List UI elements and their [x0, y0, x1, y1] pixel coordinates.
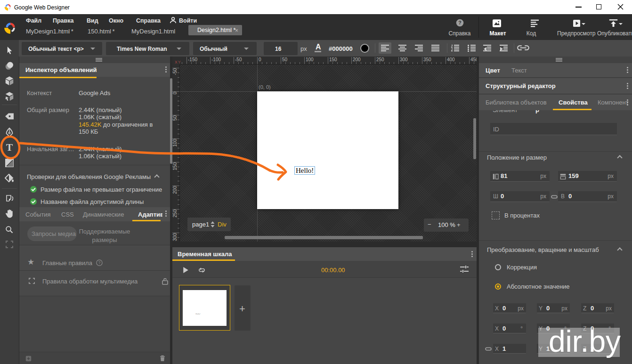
svg-text:?: ?	[458, 20, 461, 25]
svg-text:?: ?	[98, 261, 101, 265]
